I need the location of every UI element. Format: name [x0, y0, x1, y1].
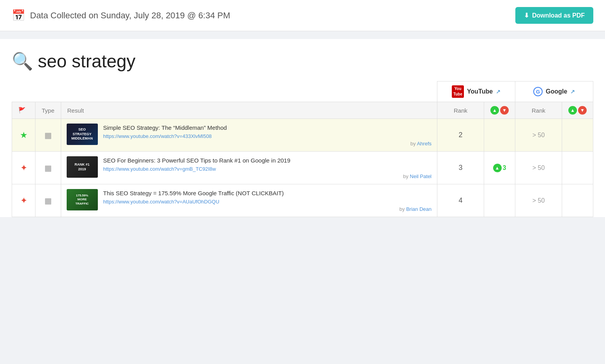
google-platform-header: G Google ↗: [515, 81, 593, 102]
type-cell: ▦: [35, 152, 61, 184]
result-cell-container: SEOSTRATEGYMIDDLEMAN Simple SEO Strategy…: [61, 119, 437, 152]
result-author: by Ahrefs: [103, 141, 432, 147]
result-thumbnail: 175.59%MORETRAFFIC: [67, 189, 98, 210]
main-content: 🔍 seo strategy You Tube YouTube ↗: [0, 39, 605, 217]
result-cell: 175.59%MORETRAFFIC This SEO Strategy = 1…: [67, 189, 432, 212]
column-header-row: 🚩 Type Result Rank ▲ ▼: [12, 102, 593, 119]
g-sort-arrows: ▲ ▼: [568, 106, 587, 115]
flag-cell: ✦: [12, 152, 35, 184]
g-change-cell: [562, 119, 593, 152]
g-rank-col-header: Rank: [515, 102, 562, 119]
result-url[interactable]: https://www.youtube.com/watch?v=gmB_TC92…: [103, 166, 432, 172]
flag-col-header: 🚩: [12, 102, 35, 119]
yt-change-col-header: ▲ ▼: [484, 102, 515, 119]
g-change-col-header: ▲ ▼: [562, 102, 593, 119]
youtube-logo: You Tube: [452, 85, 464, 98]
google-label: Google: [546, 88, 567, 95]
result-cell: RANK #12019 SEO For Beginners: 3 Powerfu…: [67, 156, 432, 179]
yt-change-cell: [484, 119, 515, 152]
result-author: by Neil Patel: [103, 173, 432, 179]
search-icon: 🔍: [12, 51, 33, 71]
table-row: ✦▦ RANK #12019 SEO For Beginners: 3 Powe…: [12, 152, 593, 184]
youtube-label: YouTube: [467, 88, 493, 95]
yt-rank-cell: 3: [437, 152, 484, 184]
yt-rank-cell: 4: [437, 184, 484, 217]
star-icon: ★: [20, 130, 28, 140]
youtube-badge: You Tube: [452, 85, 464, 98]
google-logo: G: [533, 87, 543, 96]
result-info: SEO For Beginners: 3 Powerful SEO Tips t…: [103, 156, 432, 179]
result-title: Simple SEO Strategy: The “Middleman” Met…: [103, 124, 432, 132]
table-row: ✦▦ 175.59%MORETRAFFIC This SEO Strategy …: [12, 184, 593, 217]
download-pdf-button[interactable]: ⬇ Download as PDF: [515, 7, 593, 24]
yt-change-cell: [484, 184, 515, 217]
yt-sort-arrows: ▲ ▼: [490, 106, 509, 115]
search-query: 🔍 seo strategy: [12, 51, 593, 72]
change-value: ▲ 3: [493, 164, 506, 172]
result-url[interactable]: https://www.youtube.com/watch?v=433XlvMl…: [103, 133, 432, 139]
g-rank-cell: > 50: [515, 152, 562, 184]
result-title: This SEO Strategy = 175.59% More Google …: [103, 189, 432, 197]
result-info: Simple SEO Strategy: The “Middleman” Met…: [103, 124, 432, 147]
rank-value: > 50: [532, 197, 545, 204]
author-link[interactable]: Brian Dean: [406, 206, 432, 212]
g-sort-down[interactable]: ▼: [578, 106, 587, 115]
platform-header-row: You Tube YouTube ↗ G Google ↗: [12, 81, 593, 102]
yt-change-cell: ▲ 3: [484, 152, 515, 184]
g-sort-up[interactable]: ▲: [568, 106, 577, 115]
film-icon: ▦: [44, 164, 52, 172]
empty-header: [12, 81, 437, 102]
flag-cell: ★: [12, 119, 35, 152]
yt-rank-col-header: Rank: [437, 102, 484, 119]
result-thumbnail: SEOSTRATEGYMIDDLEMAN: [67, 124, 98, 145]
header-bar: 📅 Data Collected on Sunday, July 28, 201…: [0, 0, 605, 31]
flag-icon: 🚩: [18, 107, 26, 113]
type-col-header: Type: [35, 102, 61, 119]
flag-cell: ✦: [12, 184, 35, 217]
result-title: SEO For Beginners: 3 Powerful SEO Tips t…: [103, 156, 432, 164]
author-link[interactable]: Neil Patel: [410, 173, 432, 179]
header-left: 📅 Data Collected on Sunday, July 28, 201…: [12, 9, 230, 22]
header-title: Data Collected on Sunday, July 28, 2019 …: [30, 11, 230, 21]
type-cell: ▦: [35, 119, 61, 152]
result-thumbnail: RANK #12019: [67, 156, 98, 178]
download-icon: ⬇: [524, 12, 529, 19]
result-cell-container: 175.59%MORETRAFFIC This SEO Strategy = 1…: [61, 184, 437, 217]
result-col-header: Result: [61, 102, 437, 119]
yt-sort-down[interactable]: ▼: [500, 106, 509, 115]
rank-value: > 50: [532, 164, 545, 171]
result-cell: SEOSTRATEGYMIDDLEMAN Simple SEO Strategy…: [67, 124, 432, 147]
yt-rank-cell: 2: [437, 119, 484, 152]
up-arrow-icon: ▲: [493, 164, 502, 172]
author-link[interactable]: Ahrefs: [417, 141, 432, 147]
query-text: seo strategy: [38, 51, 136, 72]
film-icon: ▦: [44, 131, 52, 140]
type-cell: ▦: [35, 184, 61, 217]
youtube-external-link-icon[interactable]: ↗: [496, 88, 501, 95]
result-url[interactable]: https://www.youtube.com/watch?v=AUaUfOhD…: [103, 199, 432, 205]
g-rank-cell: > 50: [515, 184, 562, 217]
result-cell-container: RANK #12019 SEO For Beginners: 3 Powerfu…: [61, 152, 437, 184]
film-icon: ▦: [44, 196, 52, 205]
results-table: You Tube YouTube ↗ G Google ↗: [12, 81, 593, 217]
yt-sort-up[interactable]: ▲: [490, 106, 499, 115]
youtube-platform-header: You Tube YouTube ↗: [437, 81, 515, 102]
move-icon: ✦: [20, 163, 27, 173]
g-change-cell: [562, 184, 593, 217]
move-icon: ✦: [20, 196, 27, 205]
g-rank-cell: > 50: [515, 119, 562, 152]
g-change-cell: [562, 152, 593, 184]
google-external-link-icon[interactable]: ↗: [570, 88, 575, 95]
result-author: by Brian Dean: [103, 206, 432, 212]
calendar-icon: 📅: [12, 9, 25, 22]
result-info: This SEO Strategy = 175.59% More Google …: [103, 189, 432, 212]
table-row: ★▦ SEOSTRATEGYMIDDLEMAN Simple SEO Strat…: [12, 119, 593, 152]
rank-value: > 50: [532, 132, 545, 138]
